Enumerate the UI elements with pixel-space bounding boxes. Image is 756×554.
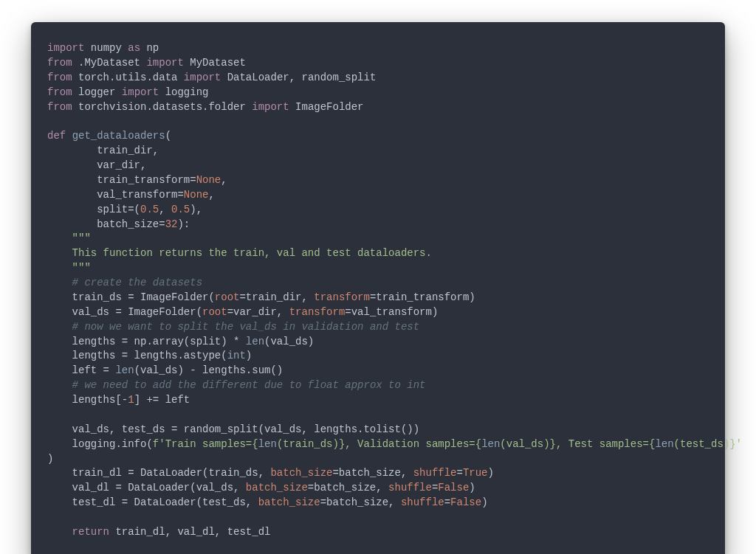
code-token-plain: left = <box>47 364 115 376</box>
code-token-plain <box>47 321 72 333</box>
code-token-plain: lengths = np.array(split) * <box>47 336 246 347</box>
code-token-plain: ImageFolder <box>289 101 364 113</box>
code-token-comment: # we need to add the different due to fl… <box>72 379 426 391</box>
code-token-plain: ( <box>165 130 171 142</box>
code-token-param: shuffle <box>388 482 432 494</box>
code-token-param: root <box>202 306 227 318</box>
code-token-keyword: def <box>47 130 66 142</box>
code-token-plain: np <box>140 42 159 54</box>
code-token-plain: MyDataset <box>184 57 246 69</box>
code-token-plain: = <box>444 496 450 508</box>
code-token-plain: val_dl = DataLoader(val_ds, <box>47 482 246 494</box>
code-token-plain: ) <box>481 496 487 508</box>
code-token-plain: train_transform= <box>47 174 196 186</box>
code-token-plain: val_transform= <box>47 189 184 201</box>
code-token-param: transform <box>314 291 370 303</box>
code-token-param: transform <box>289 306 346 318</box>
code-token-plain <box>47 379 72 391</box>
code-token-const: None <box>196 174 221 186</box>
code-token-number: 0.5 <box>171 204 190 215</box>
code-token-string: (train_ds)}, Validation samples={ <box>277 438 481 450</box>
code-token-plain: =batch_size, <box>308 482 388 494</box>
code-token-plain <box>47 232 72 244</box>
code-token-plain: (val_ds) <box>264 336 314 347</box>
code-token-keyword: import <box>47 42 84 54</box>
code-token-plain: ) <box>47 453 53 465</box>
code-token-param: batch_size <box>246 482 308 494</box>
code-token-plain: ) <box>246 350 252 361</box>
code-token-param: batch_size <box>258 496 320 508</box>
code-token-string: """ <box>72 232 91 244</box>
code-token-number: 0.5 <box>140 204 159 215</box>
code-token-plain: logger <box>72 86 122 98</box>
code-token-comment: # now we want to split the val_ds in val… <box>72 321 419 333</box>
code-token-comment: # create the datasets <box>72 277 202 288</box>
code-token-keyword: import <box>184 72 221 83</box>
code-token-builtin: len <box>258 438 277 450</box>
code-token-plain: train_dir, <box>47 145 159 156</box>
code-token-plain: batch_size= <box>47 218 165 230</box>
code-token-keyword: from <box>47 86 72 98</box>
code-token-keyword: from <box>47 57 72 69</box>
code-token-plain: torchvision.datasets.folder <box>72 101 252 113</box>
code-token-plain: ) <box>469 482 475 494</box>
code-token-plain: =batch_size, <box>332 467 413 479</box>
code-token-plain: =batch_size, <box>320 496 401 508</box>
code-token-plain: lengths = lengths.astype( <box>47 350 227 361</box>
code-block: import numpy as np from .MyDataset impor… <box>47 41 709 540</box>
code-token-plain <box>47 526 72 538</box>
code-token-const: None <box>184 189 209 201</box>
code-token-keyword: return <box>72 526 109 538</box>
code-token-plain: var_dir, <box>47 159 146 171</box>
code-token-plain: , <box>159 204 171 215</box>
code-token-param: batch_size <box>270 467 332 479</box>
code-token-builtin: len <box>481 438 500 450</box>
code-token-string: """ <box>47 262 91 274</box>
code-token-funcname: get_dataloaders <box>72 130 165 142</box>
code-token-plain: =val_transform) <box>345 306 438 318</box>
code-token-plain <box>47 277 72 288</box>
code-token-plain: ), <box>190 204 202 215</box>
code-token-plain: train_dl, val_dl, test_dl <box>109 526 270 538</box>
code-token-keyword: import <box>252 101 289 113</box>
code-token-string: (test_ds)}' <box>674 438 742 450</box>
code-token-plain: =var_dir, <box>227 306 289 318</box>
code-token-const: False <box>438 482 469 494</box>
code-token-plain: train_ds = ImageFolder( <box>47 291 215 303</box>
code-token-plain: =train_dir, <box>239 291 314 303</box>
code-token-plain: (val_ds) - lengths.sum() <box>134 364 284 376</box>
code-token-builtin: len <box>246 336 264 347</box>
code-token-number: 1 <box>128 394 134 406</box>
code-token-builtin: len <box>115 364 134 376</box>
code-token-string: This function returns the train, val and… <box>47 247 432 259</box>
code-token-plain: val_ds = ImageFolder( <box>47 306 202 318</box>
code-token-plain: =train_transform) <box>370 291 475 303</box>
code-token-keyword: from <box>47 101 72 113</box>
code-token-plain: DataLoader, random_split <box>221 72 376 83</box>
code-token-plain: test_dl = DataLoader(test_ds, <box>47 496 258 508</box>
code-token-plain: train_dl = DataLoader(train_ds, <box>47 467 270 479</box>
code-token-plain: torch.utils.data <box>72 72 184 83</box>
code-token-plain: = <box>457 467 463 479</box>
code-card: import numpy as np from .MyDataset impor… <box>31 22 725 554</box>
code-token-plain: ) <box>488 467 494 479</box>
code-token-number: 32 <box>165 218 178 230</box>
code-token-const: True <box>463 467 488 479</box>
code-token-plain: logging <box>159 86 208 98</box>
code-token-plain: numpy <box>84 42 128 54</box>
code-token-keyword: as <box>128 42 140 54</box>
code-token-param: root <box>215 291 240 303</box>
code-token-plain: split=( <box>47 204 140 215</box>
code-token-keyword: from <box>47 72 72 83</box>
code-token-plain: val_ds, test_ds = random_split(val_ds, l… <box>47 423 419 435</box>
code-token-plain <box>66 130 72 142</box>
code-token-plain: lengths[- <box>47 394 128 406</box>
code-token-keyword: import <box>146 57 183 69</box>
code-token-builtin: len <box>655 438 673 450</box>
code-token-keyword: import <box>122 86 159 98</box>
code-token-string: f'Train samples={ <box>153 438 258 450</box>
code-token-const: False <box>450 496 481 508</box>
code-token-param: shuffle <box>401 496 444 508</box>
code-token-plain: ): <box>177 218 190 230</box>
code-token-plain: ] += left <box>134 394 190 406</box>
